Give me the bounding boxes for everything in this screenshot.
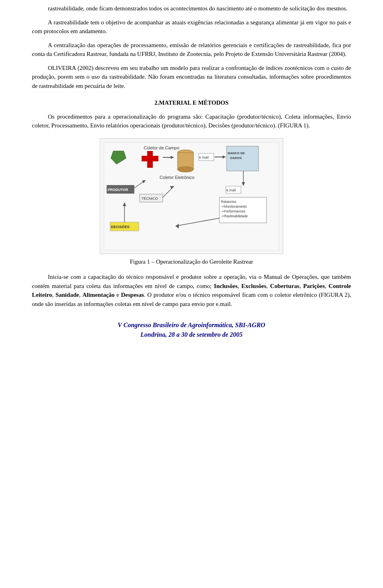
figure-caption-1: Figura 1 – Operacionalização do Geroleit…	[130, 257, 253, 266]
bold-exclusoes: Exclusões	[241, 283, 267, 289]
label-coletor-eletronico: Coletor Eletrônico	[160, 175, 194, 180]
diagram-svg: Coletor de Campo e.mail	[104, 142, 279, 250]
figure-1-container: Coletor de Campo e.mail	[32, 138, 351, 266]
paragraph-1: rastreabilidade, onde ficam demonstrados…	[32, 4, 351, 13]
page-container: rastreabilidade, onde ficam demonstrados…	[0, 0, 383, 356]
svg-text:->Rastreabilidade: ->Rastreabilidade	[221, 214, 248, 218]
footer-line-1: V Congresso Brasileiro de Agroinformátic…	[32, 320, 351, 330]
bold-paricoes: Parições	[303, 283, 325, 289]
svg-text:BANCO DE: BANCO DE	[228, 151, 245, 155]
paragraph-5: Os procedimentos para a operacionalizaçã…	[32, 112, 351, 130]
paragraph-4: OLIVEIRA (2002) descreveu em seu trabalh…	[32, 64, 351, 91]
label-coletor-campo: Coletor de Campo	[144, 145, 179, 150]
svg-text:DECISÕES: DECISÕES	[111, 225, 130, 229]
svg-text:e.mail: e.mail	[199, 155, 209, 159]
bold-despesas: Despesas	[121, 292, 144, 298]
bold-alimentacao: Alimentação	[83, 292, 115, 298]
bold-sanidade: Sanidade	[55, 292, 79, 298]
figure-1-box: Coletor de Campo e.mail	[100, 138, 283, 254]
cylinder-bottom	[178, 167, 193, 172]
bold-coberturas: Coberturas	[270, 283, 299, 289]
svg-text:DADOS: DADOS	[230, 156, 242, 160]
red-cross-vertical	[147, 151, 153, 168]
paragraph-3: A centralização das operações de process…	[32, 41, 351, 59]
paragraph-6: Inicia-se com a capacitação do técnico r…	[32, 272, 351, 308]
svg-text:PRODUTOR: PRODUTOR	[108, 188, 128, 192]
svg-text:Relatorios: Relatorios	[221, 200, 236, 204]
svg-text:->Monitoramento: ->Monitoramento	[221, 205, 247, 209]
svg-text:e.mail: e.mail	[226, 188, 236, 192]
svg-text:TÉCNICO: TÉCNICO	[142, 197, 158, 201]
paragraph-2: A rastreabilidade tem o objetivo de acom…	[32, 18, 351, 36]
section-heading-material-metodos: 2.MATERIAL E MÉTODOS	[32, 98, 351, 107]
bold-inclusoes: Inclusões	[214, 283, 237, 289]
footer-line-2: Londrina, 28 a 30 de setembro de 2005	[32, 330, 351, 340]
svg-text:->Performances: ->Performances	[221, 209, 245, 213]
